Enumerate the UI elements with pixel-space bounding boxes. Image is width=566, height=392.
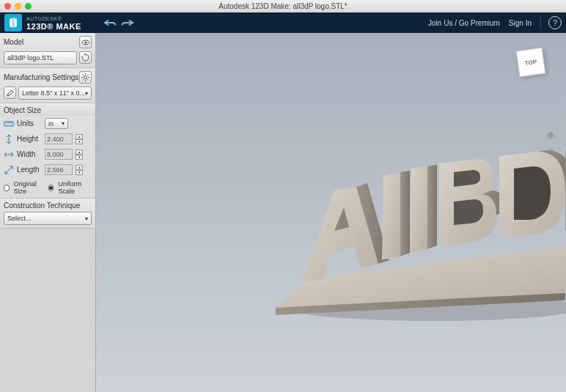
viewcube-label: TOP xyxy=(524,58,537,66)
sidebar: Model all3dP logo.STL Manufacturing Sett… xyxy=(0,33,96,392)
reload-button[interactable] xyxy=(79,51,92,64)
original-size-label: Original Size xyxy=(14,180,44,195)
units-dropdown[interactable]: in xyxy=(45,118,68,129)
length-label: Length xyxy=(17,166,42,174)
length-input[interactable] xyxy=(45,164,73,175)
history-nav xyxy=(103,18,134,27)
height-up[interactable]: ▴ xyxy=(76,134,83,139)
manufacturing-header: Manufacturing Settings xyxy=(4,73,78,81)
length-down[interactable]: ▾ xyxy=(76,170,83,175)
brand-line2: 123D® MAKE xyxy=(26,23,81,30)
close-icon[interactable] xyxy=(4,3,11,10)
width-input[interactable] xyxy=(45,149,73,160)
redo-icon[interactable] xyxy=(121,18,134,27)
maximize-icon[interactable] xyxy=(25,3,32,10)
brand-text: AUTODESK® 123D® MAKE xyxy=(26,15,81,30)
construction-header: Construction Technique xyxy=(4,201,92,210)
window-title: Autodesk 123D Make: all3dP logo.STL* xyxy=(218,2,347,10)
height-down[interactable]: ▾ xyxy=(76,139,83,144)
svg-point-1 xyxy=(84,41,87,43)
undo-icon[interactable] xyxy=(103,18,117,27)
construction-section: Construction Technique Select... xyxy=(0,199,95,229)
edit-sheet-button[interactable] xyxy=(4,86,16,99)
width-label: Width xyxy=(17,150,42,158)
sheet-preset-dropdown[interactable]: Letter 8.5" x 11" x 0... xyxy=(18,86,92,100)
model-section: Model all3dP logo.STL xyxy=(0,33,95,68)
svg-point-2 xyxy=(84,76,87,79)
window-controls xyxy=(4,3,32,10)
uniform-scale-radio[interactable] xyxy=(48,185,54,191)
reload-icon xyxy=(81,53,89,62)
height-input[interactable] xyxy=(45,133,73,144)
app-header: AUTODESK® 123D® MAKE Join Us / Go Premiu… xyxy=(0,12,566,33)
width-down[interactable]: ▾ xyxy=(76,155,83,160)
eye-icon xyxy=(81,40,90,45)
titlebar: Autodesk 123D Make: all3dP logo.STL* xyxy=(0,0,566,12)
height-label: Height xyxy=(17,135,42,143)
object-size-header: Object Size xyxy=(4,106,41,114)
width-row: Width ▴▾ xyxy=(0,147,95,162)
gear-icon xyxy=(81,73,89,81)
pencil-icon xyxy=(7,89,14,97)
join-link[interactable]: Join Us / Go Premium xyxy=(428,19,500,27)
width-icon xyxy=(4,149,14,160)
length-up[interactable]: ▴ xyxy=(76,165,83,170)
scale-mode-row: Original Size Uniform Scale xyxy=(0,177,95,198)
width-up[interactable]: ▴ xyxy=(76,149,83,155)
viewcube[interactable]: TOP xyxy=(516,48,546,78)
original-size-radio[interactable] xyxy=(4,185,10,191)
model-file-button[interactable]: all3dP logo.STL xyxy=(4,51,77,64)
help-icon[interactable]: ? xyxy=(548,16,562,29)
length-row: Length ▴▾ xyxy=(0,162,95,177)
height-row: Height ▴▾ xyxy=(0,131,95,147)
units-row: Units in xyxy=(0,116,95,131)
orbit-icon[interactable] xyxy=(544,128,557,141)
height-icon xyxy=(4,134,14,144)
minimize-icon[interactable] xyxy=(15,3,21,10)
model-header: Model xyxy=(4,38,23,46)
manufacturing-section: Manufacturing Settings Letter 8.5" x 11"… xyxy=(0,68,95,103)
units-label: Units xyxy=(17,119,42,127)
signin-link[interactable]: Sign In xyxy=(509,19,532,27)
svg-point-7 xyxy=(548,132,554,138)
construction-dropdown[interactable]: Select... xyxy=(4,212,92,225)
settings-button[interactable] xyxy=(79,71,92,84)
viewport-3d[interactable]: TOP xyxy=(96,33,566,392)
units-icon xyxy=(4,119,14,129)
uniform-scale-label: Uniform Scale xyxy=(58,180,92,195)
visibility-button[interactable] xyxy=(79,36,92,48)
length-icon xyxy=(4,165,14,175)
sidebar-blank xyxy=(0,229,95,392)
app-logo-icon xyxy=(4,14,22,32)
model-preview xyxy=(250,150,566,326)
